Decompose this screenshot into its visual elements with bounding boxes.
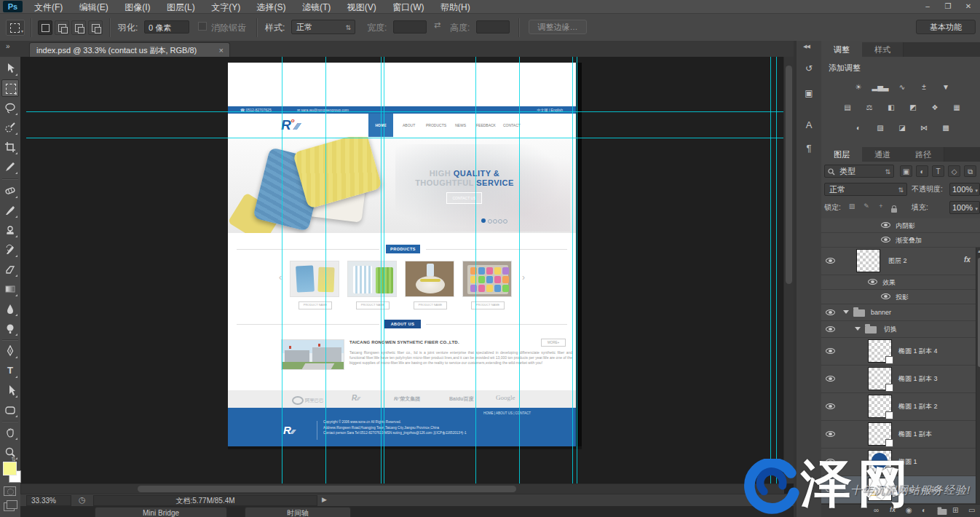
gradient-tool[interactable] [1,280,19,298]
tab-adjustments[interactable]: 调整 [821,42,863,57]
scroll-up-icon[interactable]: ▲ [977,249,980,253]
layer-thumbnail[interactable] [868,395,892,418]
layer-effects-header-row[interactable]: 效果 [821,275,980,290]
blur-tool[interactable] [1,300,19,317]
zoom-level-field[interactable]: 33.33% [26,495,71,506]
tab-timeline[interactable]: 时间轴 [245,507,351,517]
quick-mask-button[interactable] [4,486,16,496]
visibility-eye-icon[interactable] [826,326,835,332]
vibrance-icon[interactable]: ▼ [937,82,955,93]
visibility-eye-icon[interactable] [826,431,835,437]
selection-mode-subtract[interactable] [71,20,86,35]
link-layers-icon[interactable]: ∞ [874,506,879,514]
visibility-eye-icon[interactable] [826,309,835,315]
layer-filter-type-select[interactable]: 类型 ⇅ [824,165,894,178]
selection-mode-intersect[interactable] [88,20,103,35]
visibility-eye-icon[interactable] [881,222,890,228]
blend-mode-select[interactable]: 正常 ⇅ [824,183,907,196]
tab-channels[interactable]: 通道 [862,147,904,162]
tab-styles[interactable]: 样式 [862,42,904,57]
menu-layer[interactable]: 图层(L) [160,1,202,14]
tool-preset-picker[interactable]: ▾ [6,20,25,36]
expand-triangle-icon[interactable] [855,327,861,331]
posterize-icon[interactable]: ▨ [872,122,889,134]
status-clock-icon[interactable]: ◷ [79,495,86,505]
guide-vertical[interactable] [577,57,577,494]
lasso-tool[interactable] [1,99,19,117]
guide-vertical[interactable] [770,57,771,494]
tab-layers[interactable]: 图层 [821,147,863,162]
eyedropper-tool[interactable] [1,158,19,175]
layer-row[interactable]: 椭圆 1 副本 2 [821,393,980,421]
properties-panel-icon[interactable]: ▣ [802,86,816,100]
guide-horizontal[interactable] [26,111,783,112]
selection-mode-add[interactable] [55,20,69,35]
filter-smart-objects-icon[interactable]: ⧉ [964,165,976,177]
expand-triangle-icon[interactable] [843,310,849,314]
visibility-eye-icon[interactable] [881,237,890,242]
close-tab-icon[interactable]: × [219,43,224,58]
layer-thumbnail[interactable] [856,249,880,272]
paragraph-panel-icon[interactable]: ¶ [802,141,816,156]
menu-edit[interactable]: 编辑(E) [73,1,115,14]
history-panel-icon[interactable]: ↺ [802,61,816,76]
black-white-icon[interactable]: ◧ [882,102,900,114]
brush-tool[interactable] [1,202,19,219]
canvas-vertical-scrollbar[interactable] [783,57,794,484]
menu-select[interactable]: 选择(S) [250,1,293,14]
opacity-value[interactable]: 100% ▾ [949,183,980,196]
clone-stamp-tool[interactable] [1,221,19,239]
minimize-button[interactable]: – [919,1,936,12]
history-brush-tool[interactable] [1,241,19,258]
color-lookup-icon[interactable]: ▦ [948,102,965,114]
guide-vertical[interactable] [776,57,777,494]
rectangular-marquee-tool[interactable] [1,79,19,97]
layer-effect-row[interactable]: 投影 [821,290,980,304]
swap-colors-icon[interactable]: ⇄ [10,457,17,462]
brightness-contrast-icon[interactable]: ☀ [850,82,867,93]
threshold-icon[interactable]: ◪ [893,122,911,134]
layer-effect-row[interactable]: 内阴影 [821,218,980,233]
type-tool[interactable]: T [1,362,19,379]
refine-edge-button[interactable]: 调整边缘… [529,20,587,34]
toolbar-collapse-icon[interactable]: » [6,42,10,50]
visibility-eye-icon[interactable] [826,348,835,354]
foreground-color-swatch[interactable] [3,462,17,475]
guide-vertical[interactable] [519,57,520,494]
expand-panels-icon[interactable]: ◀◀ [803,44,810,50]
layer-row[interactable]: 椭圆 1 副本 [821,421,980,449]
invert-icon[interactable]: ◐ [850,122,867,134]
guide-horizontal[interactable] [26,138,783,138]
guide-vertical[interactable] [381,57,382,494]
visibility-eye-icon[interactable] [881,293,890,299]
layer-group-row[interactable]: 切换 [821,321,980,338]
hand-tool[interactable] [1,424,19,441]
guide-vertical[interactable] [282,57,282,494]
levels-icon[interactable]: ▂▅▃ [872,82,889,93]
channel-mixer-icon[interactable]: ❖ [926,102,944,114]
menu-file[interactable]: 文件(F) [28,1,69,14]
layer-thumbnail[interactable] [868,339,892,363]
gradient-map-icon[interactable]: ⋈ [915,122,933,134]
layer-effect-row[interactable]: 渐变叠加 [821,233,980,248]
swap-dimensions-icon[interactable]: ⇄ [434,20,440,30]
layers-scrollbar[interactable]: ▲ [976,248,980,504]
visibility-eye-icon[interactable] [826,486,835,492]
shape-tool[interactable] [1,401,19,419]
menu-view[interactable]: 视图(V) [341,1,383,14]
visibility-eye-icon[interactable] [826,376,835,382]
move-tool[interactable] [1,60,19,77]
healing-brush-tool[interactable] [1,182,19,200]
lock-position-icon[interactable]: + [875,201,887,212]
delete-layer-icon[interactable]: ▭ [968,506,975,514]
menu-filter[interactable]: 滤镜(T) [296,1,337,14]
close-button[interactable]: ✕ [960,1,977,12]
new-adjustment-layer-icon[interactable]: ◐ [922,506,926,514]
screen-mode-button[interactable] [4,502,15,511]
feather-input[interactable]: 0 像素 [144,20,189,33]
curves-icon[interactable]: ∿ [893,82,911,93]
guide-vertical[interactable] [325,57,326,494]
hue-saturation-icon[interactable]: ▤ [839,102,856,114]
style-select[interactable]: 正常 ⇅ [291,20,355,34]
restore-button[interactable]: ❐ [939,1,957,12]
